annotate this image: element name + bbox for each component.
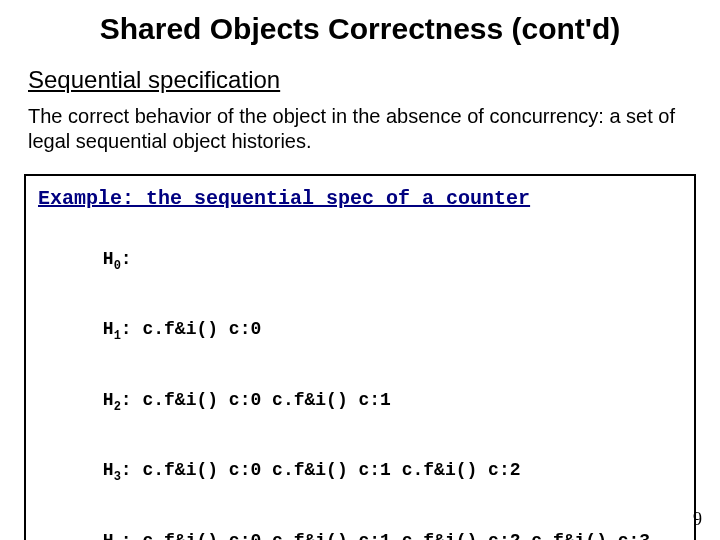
history-content: c.f&i() c:0 [142,319,261,339]
history-line: H1: c.f&i() c:0 [38,296,682,367]
history-content: c.f&i() c:0 c.f&i() c:1 c.f&i() c:2 [142,460,520,480]
history-content: c.f&i() c:0 c.f&i() c:1 [142,390,390,410]
history-label: H1: [103,318,132,344]
page-number: 9 [693,509,702,530]
body-text: The correct behavior of the object in th… [0,98,720,166]
example-heading: Example: the sequential spec of a counte… [38,186,682,211]
history-line: H2: c.f&i() c:0 c.f&i() c:1 [38,366,682,437]
section-subtitle: Sequential specification [0,50,720,98]
history-label: H4: [103,530,132,540]
history-label: H3: [103,459,132,485]
history-line: H3: c.f&i() c:0 c.f&i() c:1 c.f&i() c:2 [38,437,682,508]
history-content: c.f&i() c:0 c.f&i() c:1 c.f&i() c:2 c.f&… [142,531,650,540]
history-label: H0: [103,248,132,274]
slide: Shared Objects Correctness (cont'd) Sequ… [0,0,720,540]
example-box: Example: the sequential spec of a counte… [24,174,696,540]
history-line: H4: c.f&i() c:0 c.f&i() c:1 c.f&i() c:2 … [38,507,682,540]
history-line: H0: [38,225,682,296]
history-label: H2: [103,389,132,415]
slide-title: Shared Objects Correctness (cont'd) [0,0,720,50]
